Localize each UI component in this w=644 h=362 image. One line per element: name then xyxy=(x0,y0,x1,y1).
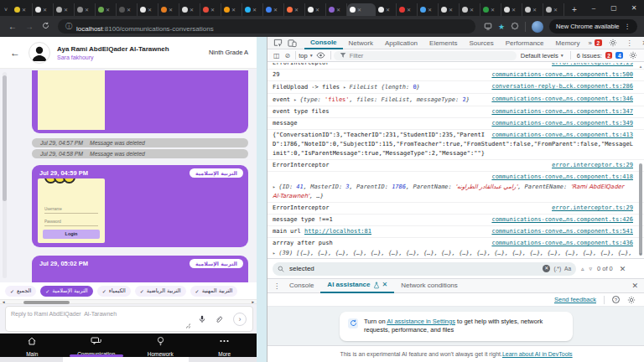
tab-close-icon[interactable]: ✕ xyxy=(148,8,152,13)
console-filter-input[interactable]: Filter xyxy=(334,51,517,60)
scroll-down-arrow-icon[interactable]: ▼ xyxy=(638,252,643,256)
browser-tab[interactable]: ✕ xyxy=(75,3,96,16)
learn-about-ai-link[interactable]: Learn about AI in DevTools xyxy=(502,351,573,357)
scroll-up-arrow-icon[interactable]: ▲ xyxy=(638,65,643,69)
devtools-tab-memory[interactable]: Memory xyxy=(550,37,586,49)
textarea-resize-handle[interactable] xyxy=(185,323,190,328)
browser-tab[interactable]: ✕ xyxy=(501,3,522,16)
tab-close-icon[interactable]: ✕ xyxy=(231,8,236,13)
back-icon[interactable]: ← xyxy=(8,22,17,31)
attached-image-login-form[interactable]: Username Password Login xyxy=(38,178,105,243)
console-sidebar-icon[interactable]: ◫ xyxy=(273,52,280,59)
issues-label[interactable]: 6 Issues: xyxy=(577,52,602,59)
profile-avatar[interactable] xyxy=(532,21,543,33)
source-link[interactable]: communications-conve…ns.component.ts:347 xyxy=(491,107,633,116)
browser-tab[interactable]: ✕ xyxy=(54,3,75,16)
source-link[interactable]: error.interceptor.ts:29 xyxy=(552,204,633,213)
browser-tab[interactable]: ✕ xyxy=(376,3,397,16)
reply-input[interactable] xyxy=(9,309,169,329)
contact-avatar[interactable] xyxy=(29,42,50,64)
scroll-left-arrow-icon[interactable]: ◄ xyxy=(2,300,5,305)
source-link[interactable]: communications-conve…ns.component.ts:413 xyxy=(491,131,633,140)
chrome-menu-kebab-icon[interactable]: ⋮ xyxy=(625,23,631,30)
message-bubble[interactable]: Jul 29, 05:02 PM التربية الإسلامية xyxy=(32,256,248,282)
source-link[interactable]: error.interceptor.ts:29 xyxy=(552,63,633,68)
chips-horizontal-scrollbar[interactable]: ◄ ► xyxy=(0,299,257,304)
source-link[interactable]: communications-conve…ns.component.ts:346 xyxy=(491,95,633,104)
minimize-button[interactable]: – xyxy=(584,4,604,12)
console-log-area[interactable]: error.interceptor.ts:29ErrorInterceptorc… xyxy=(267,63,644,258)
devtools-menu-kebab-icon[interactable]: ⋮ xyxy=(626,39,633,47)
source-link[interactable]: communications-conve…ns.component.ts:500 xyxy=(491,70,633,80)
subject-chip[interactable]: ✓الجميع xyxy=(5,286,36,297)
console-scrollbar[interactable]: ▲ ▼ xyxy=(638,65,643,256)
tab-close-icon[interactable]: ✕ xyxy=(252,8,257,13)
tab-close-icon[interactable]: ✕ xyxy=(470,8,474,13)
close-search-icon[interactable]: ✕ xyxy=(620,265,626,273)
settings-gear-icon[interactable] xyxy=(609,39,617,47)
source-link[interactable]: communications-conve…ns.component.ts:541 xyxy=(491,227,633,236)
drawer-tab-network-conditions[interactable]: Network conditions xyxy=(394,278,465,293)
browser-tab[interactable]: ✕ xyxy=(522,3,543,16)
nav-item-more[interactable]: More xyxy=(193,334,257,357)
browser-tab[interactable]: ✕ xyxy=(12,3,33,16)
live-expression-eye-icon[interactable] xyxy=(316,52,325,59)
messages-scrollbar[interactable] xyxy=(3,72,7,278)
message-list[interactable]: Jul 29, 04:57 PM Message was deleted Jul… xyxy=(0,69,257,282)
microphone-icon[interactable] xyxy=(195,313,209,326)
clear-search-icon[interactable]: ✕ xyxy=(543,265,550,272)
devtools-tab-elements[interactable]: Elements xyxy=(423,37,463,49)
subject-chip[interactable]: ✓التربية الرياضية xyxy=(135,286,186,297)
browser-tab[interactable]: ✕ xyxy=(242,3,263,16)
browser-tab[interactable]: ✕ xyxy=(347,3,376,16)
browser-tab[interactable]: ✕ xyxy=(179,3,200,16)
devtools-tab-performance[interactable]: Performance xyxy=(500,37,550,49)
console-settings-gear-icon[interactable] xyxy=(629,51,637,59)
attachment-paperclip-icon[interactable] xyxy=(212,313,226,326)
close-drawer-icon[interactable]: ✕ xyxy=(631,282,641,290)
tab-close-icon[interactable]: ✕ xyxy=(336,8,340,13)
regex-toggle[interactable]: (.*) xyxy=(553,266,561,272)
log-levels-dropdown[interactable]: Default levels▼ xyxy=(521,52,564,59)
drawer-tab-console[interactable]: Console xyxy=(283,278,320,293)
maximize-button[interactable]: ▢ xyxy=(604,4,624,12)
nav-item-communication[interactable]: Communication xyxy=(65,334,129,357)
tab-close-icon[interactable]: ✕ xyxy=(294,8,299,13)
tab-close-icon[interactable]: ✕ xyxy=(106,8,110,13)
extensions-puzzle-icon[interactable] xyxy=(511,22,519,32)
tab-close-icon[interactable]: ✕ xyxy=(491,8,495,13)
save-page-icon[interactable] xyxy=(484,22,492,32)
browser-tab[interactable]: ✕ xyxy=(543,3,564,16)
tab-close-icon[interactable]: ✕ xyxy=(169,8,173,13)
nav-item-main[interactable]: Main xyxy=(0,334,65,357)
close-drawer-tab-icon[interactable]: ✕ xyxy=(382,278,388,292)
browser-tab[interactable]: ✕ xyxy=(418,3,439,16)
browser-tab[interactable]: ✕ xyxy=(284,3,305,16)
messages-scrollbar-thumb[interactable] xyxy=(3,75,7,201)
back-arrow-icon[interactable]: ← xyxy=(10,47,20,59)
tab-close-icon[interactable]: ✕ xyxy=(22,8,26,13)
drawer-menu-kebab-icon[interactable]: ⋮ xyxy=(273,282,280,290)
tab-close-icon[interactable]: ✕ xyxy=(127,8,131,13)
browser-tab[interactable]: ✕ xyxy=(305,3,326,16)
browser-tab[interactable]: ✕ xyxy=(460,3,480,16)
subject-chip[interactable]: ✓الكيمياء xyxy=(97,286,131,297)
issues-warning-badge[interactable]: 4 xyxy=(615,52,623,59)
search-pill[interactable]: ✕ (.*) Aa xyxy=(273,262,576,276)
browser-tab[interactable]: ✕ xyxy=(117,3,138,16)
next-match-icon[interactable]: ▿ xyxy=(589,266,593,272)
tab-close-icon[interactable]: ✕ xyxy=(407,8,411,13)
devtools-tab-network[interactable]: Network xyxy=(343,37,379,49)
context-selector[interactable]: top▼ xyxy=(299,52,313,59)
tab-close-icon[interactable]: ✕ xyxy=(210,8,215,13)
new-chrome-button[interactable]: New Chrome available ⋮ xyxy=(549,19,637,34)
tab-close-icon[interactable]: ✕ xyxy=(512,8,516,13)
tab-close-icon[interactable]: ✕ xyxy=(190,8,194,13)
source-link[interactable]: communications-conve…ns.component.ts:418 xyxy=(491,173,633,180)
error-count-badge[interactable]: 2 xyxy=(595,39,602,46)
clear-console-icon[interactable]: ⊘ xyxy=(285,52,291,59)
previous-match-icon[interactable]: ▵ xyxy=(581,266,584,272)
reload-icon[interactable] xyxy=(42,22,49,31)
tab-close-icon[interactable]: ✕ xyxy=(273,8,278,13)
tab-close-icon[interactable]: ✕ xyxy=(64,8,68,13)
